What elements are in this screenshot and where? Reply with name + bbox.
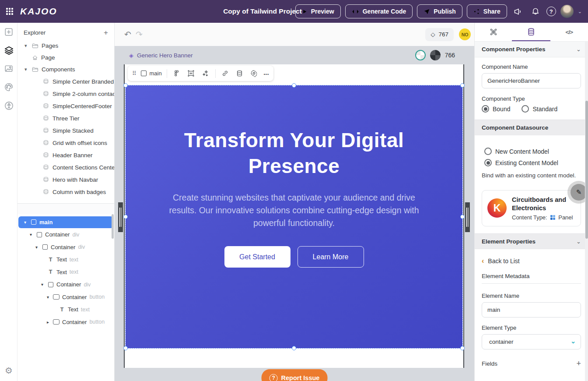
explorer-add-icon[interactable] [104,29,108,36]
frame-select-icon[interactable] [186,69,196,78]
breakpoint-selector[interactable]: 767 [425,28,454,41]
tree-caret-icon[interactable]: ▾ [23,220,28,225]
datasource-card[interactable]: K Circuitboards and Electronics Content … [482,190,581,226]
component-list-item[interactable]: Grid with offset icons [18,137,114,149]
tree-row[interactable]: ▾ Container div [18,241,113,253]
tree-row[interactable]: ▾ Container div [18,229,113,240]
component-list-item[interactable]: Simple Stacked [18,124,114,137]
radio-new-content-model[interactable]: New Content Model [484,148,581,155]
preview-button[interactable]: Preview [295,4,341,18]
selection-handle[interactable] [292,346,296,350]
inspector-scrollbar-track[interactable] [585,42,588,381]
dark-theme-toggle[interactable] [430,50,441,60]
tree-scrollbar[interactable] [112,214,114,239]
component-list-item[interactable]: Column with badges [18,186,114,198]
page-row[interactable]: Page [18,52,114,64]
tab-code[interactable] [550,23,588,41]
tree-row[interactable]: Text text [18,266,113,278]
canvas-resize-grip-left[interactable] [118,202,123,232]
component-list-item[interactable]: Header Banner [18,149,114,161]
tree-caret-icon[interactable]: ▾ [28,232,33,237]
component-properties-header[interactable]: Component Properties [475,42,588,57]
components-label: Components [42,66,75,73]
user-menu-chevron-icon[interactable]: ⌄ [578,9,582,14]
get-started-button[interactable]: Get Started [224,246,290,268]
add-component-icon[interactable] [0,23,18,41]
selection-handle[interactable] [460,215,465,219]
element-type-value[interactable] [482,334,581,349]
element-settings-gear-icon[interactable] [249,69,259,78]
tree-row[interactable]: Text text [18,254,113,265]
inspector-scrollbar-thumb[interactable] [585,101,588,239]
tab-styles[interactable] [475,23,512,41]
redo-icon[interactable] [136,29,143,39]
radio-bound[interactable]: Bound [482,105,510,113]
component-list-item[interactable]: Three Tier [18,112,114,124]
tree-row[interactable]: Text text [18,303,113,315]
canvas-resize-grip-right[interactable] [465,202,470,232]
report-issue-button[interactable]: Report Issue [262,369,328,381]
tree-caret-icon[interactable]: ▾ [40,282,45,287]
tree-caret-icon[interactable]: ▾ [34,245,39,250]
device-badge[interactable]: NO [459,28,471,40]
tree-row[interactable]: ▾ main [18,216,113,228]
tree-row[interactable]: ▾ Container div [18,279,113,290]
media-library-icon[interactable] [0,60,18,78]
caret-down-icon[interactable] [24,43,29,49]
app-grid-icon[interactable] [6,8,13,15]
pages-folder-row[interactable]: Pages [18,40,114,52]
tree-row[interactable]: ▸ Container button [18,316,113,328]
selection-handle[interactable] [123,346,128,350]
notifications-bell-icon[interactable] [529,5,542,18]
light-theme-toggle[interactable] [415,50,426,60]
component-list-item[interactable]: Hero with Navbar [18,173,114,186]
selection-handle[interactable] [460,83,465,88]
radio-standard[interactable]: Standard [522,105,557,113]
selection-handle[interactable] [460,346,465,350]
component-breadcrumb[interactable]: Generic Hero Banner [129,52,193,59]
tree-row-label: main [39,219,52,226]
user-avatar[interactable] [560,5,574,18]
element-type-select[interactable] [482,334,581,349]
selected-element-chip[interactable]: main [141,70,162,77]
component-list-item[interactable]: SimpleCenteredFooter [18,100,114,112]
hero-banner-component[interactable]: Transform Your Digital Presence Create s… [126,85,462,348]
element-properties-header[interactable]: Element Properties [475,233,588,249]
tree-row-type: text [81,307,90,313]
publish-button[interactable]: Publish [417,4,462,18]
undo-icon[interactable] [124,29,131,39]
selection-handle[interactable] [123,83,128,88]
help-icon[interactable]: ? [546,7,556,16]
share-button[interactable]: Share [467,4,507,18]
more-options-icon[interactable] [264,70,269,77]
component-list-item[interactable]: Simple Center Branded [18,75,114,88]
add-field-icon[interactable] [576,359,581,368]
link-icon[interactable] [220,69,230,78]
component-list-item[interactable]: Simple 2-column contact s... [18,88,114,100]
announcements-icon[interactable] [511,5,525,18]
learn-more-button[interactable]: Learn More [298,246,364,268]
component-datasource-header[interactable]: Component Datasource [475,120,588,135]
settings-gear-icon[interactable]: ⚙ [0,363,18,378]
drag-handle-icon[interactable] [132,70,136,77]
datasource-icon[interactable] [235,69,245,78]
layers-panel-icon[interactable] [0,41,18,60]
theme-palette-icon[interactable] [0,78,18,96]
components-folder-row[interactable]: Components [18,64,114,75]
tree-caret-icon[interactable]: ▾ [46,295,50,300]
accessibility-icon[interactable] [0,96,18,115]
component-list-item[interactable]: Content Sections Centered [18,161,114,173]
radio-existing-content-model[interactable]: Existing Content Model [484,159,581,166]
tab-data[interactable] [512,23,550,41]
tree-caret-icon[interactable]: ▸ [46,320,50,325]
selection-handle[interactable] [123,215,128,219]
design-import-icon[interactable] [172,69,182,78]
selection-handle[interactable] [292,83,296,88]
generate-code-button[interactable]: Generate Code [345,4,413,18]
caret-down-icon[interactable] [24,67,29,72]
ai-sparkles-icon[interactable] [201,69,210,78]
component-name-input[interactable] [482,73,581,88]
tree-row[interactable]: ▾ Container button [18,291,113,303]
back-to-list-button[interactable]: Back to List [475,249,588,267]
element-name-input[interactable] [482,302,581,318]
